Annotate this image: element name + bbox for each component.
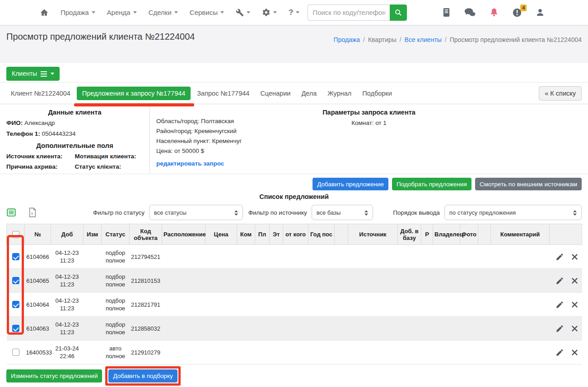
cell	[283, 293, 308, 317]
chat-icon[interactable]	[464, 8, 476, 17]
tab-0[interactable]: Клиент №21224004	[6, 87, 75, 100]
cell	[433, 245, 460, 269]
cell	[270, 293, 283, 317]
help-menu[interactable]: ?	[289, 8, 299, 17]
added-date: 21-03-2422:46	[51, 341, 84, 364]
search-input[interactable]	[308, 5, 390, 21]
bell-icon[interactable]	[490, 8, 499, 18]
page-title: Просмотр предложений клиента №21224004	[6, 31, 196, 63]
edit-request-link[interactable]: редактировать запрос	[156, 160, 224, 167]
row-checkbox[interactable]	[12, 301, 19, 308]
add-to-collection-button[interactable]: Добавить в подборку	[108, 369, 177, 382]
nav-menu-label: Продажа	[61, 9, 89, 16]
edit-offer-button[interactable]	[555, 276, 564, 285]
breadcrumb-item-2[interactable]: Все клиенты	[405, 36, 442, 43]
nav-menu-0[interactable]: Продажа	[61, 9, 95, 16]
match-offers-button[interactable]: Подобрать предложения	[392, 178, 471, 190]
journal-icon[interactable]	[442, 8, 451, 17]
source-filter-select[interactable]: все базы	[312, 205, 373, 220]
column-header-4: Статус	[102, 224, 130, 245]
help-icon: ?	[289, 8, 293, 17]
breadcrumb-separator: /	[363, 36, 365, 43]
cell	[433, 341, 460, 364]
delete-offer-button[interactable]	[571, 253, 578, 260]
cell	[237, 269, 255, 293]
wrench-icon-menu[interactable]	[236, 9, 250, 17]
request-line-0: Область/город: Полтавская	[156, 118, 242, 124]
edit-offer-button[interactable]	[555, 253, 564, 261]
external-sources-button[interactable]: Смотреть по внешним источникам	[475, 178, 582, 190]
column-header-7: Цена	[205, 224, 237, 245]
extra-field-0: Источник клиента:	[6, 153, 75, 160]
column-header-8: Ком	[237, 224, 255, 245]
tab-5[interactable]: Журнал	[323, 87, 356, 100]
cell	[255, 317, 270, 341]
excel-export-icon[interactable]: x	[28, 207, 37, 217]
add-offer-button[interactable]: Добавить предложение	[313, 178, 388, 190]
cell	[84, 269, 102, 293]
column-header-6: Расположение	[162, 224, 205, 245]
status-filter-select[interactable]: все статусы	[149, 205, 243, 220]
cell	[491, 245, 550, 269]
object-code: 212821791	[130, 293, 162, 317]
search-button[interactable]	[390, 5, 407, 21]
row-checkbox[interactable]	[12, 325, 19, 332]
alert-icon[interactable]: 4	[512, 8, 522, 18]
tab-2[interactable]: Запрос №177944	[192, 87, 254, 100]
offer-status: подборполное	[102, 245, 130, 269]
nav-menu-2[interactable]: Сделки	[149, 9, 178, 16]
row-checkbox[interactable]	[12, 349, 19, 356]
user-icon[interactable]	[536, 8, 545, 17]
edit-offer-button[interactable]	[555, 324, 564, 333]
tab-3[interactable]: Сценарии	[256, 87, 295, 100]
nav-menu-1[interactable]: Аренда	[107, 9, 137, 16]
clients-menu-button[interactable]: Клиенты	[6, 67, 60, 81]
cell	[460, 293, 478, 317]
delete-offer-button[interactable]	[571, 277, 578, 284]
breadcrumb-item-0[interactable]: Продажа	[334, 36, 360, 43]
offer-number: 6104063	[25, 317, 51, 341]
cell	[308, 341, 335, 364]
back-to-list-button[interactable]: « К списку	[539, 86, 582, 101]
tab-1[interactable]: Предложения к запросу №177944	[77, 87, 191, 100]
extra-fields-title: Дополнительные поля	[6, 142, 143, 149]
nav-menu-3[interactable]: Сервисы	[190, 9, 224, 16]
list-view-icon[interactable]	[6, 207, 16, 217]
delete-offer-button[interactable]	[571, 325, 578, 332]
cell	[205, 269, 237, 293]
cell	[348, 341, 398, 364]
edit-offer-button[interactable]	[555, 300, 564, 309]
cell	[237, 293, 255, 317]
cell	[308, 245, 335, 269]
breadcrumb-separator: /	[445, 36, 447, 43]
home-icon[interactable]	[40, 8, 49, 17]
extra-field-2: Причина ахрива:	[6, 163, 75, 170]
cell	[162, 269, 205, 293]
added-date: 04-12-2311:23	[51, 245, 84, 269]
cell	[270, 317, 283, 341]
cell	[283, 341, 308, 364]
tab-4[interactable]: Дела	[297, 87, 321, 100]
cell	[348, 317, 398, 341]
cell	[84, 245, 102, 269]
table-row-3: 610406304-12-2311:23подборполное21285803…	[7, 317, 582, 341]
change-status-button[interactable]: Изменить статус предложений	[6, 369, 102, 382]
request-location-block: Область/город: ПолтавскаяРайон/город: Кр…	[156, 118, 242, 167]
order-filter-select[interactable]: по статусу предложения	[444, 205, 582, 220]
edit-offer-button[interactable]	[555, 348, 564, 357]
row-checkbox[interactable]	[12, 277, 19, 284]
delete-offer-button[interactable]	[571, 349, 578, 356]
cell	[335, 269, 348, 293]
column-header-14: Источник	[348, 224, 398, 245]
request-line-2: Населенный пункт: Кременчуг	[156, 138, 242, 144]
cell	[162, 245, 205, 269]
cell	[421, 293, 433, 317]
row-actions	[550, 245, 582, 269]
delete-offer-button[interactable]	[571, 301, 578, 308]
select-all-checkbox[interactable]	[12, 231, 19, 238]
row-checkbox[interactable]	[12, 253, 19, 260]
tab-6[interactable]: Подборки	[358, 87, 397, 100]
cell	[162, 317, 205, 341]
gear-icon-menu[interactable]	[262, 8, 277, 17]
object-code: 212858032	[130, 317, 162, 341]
